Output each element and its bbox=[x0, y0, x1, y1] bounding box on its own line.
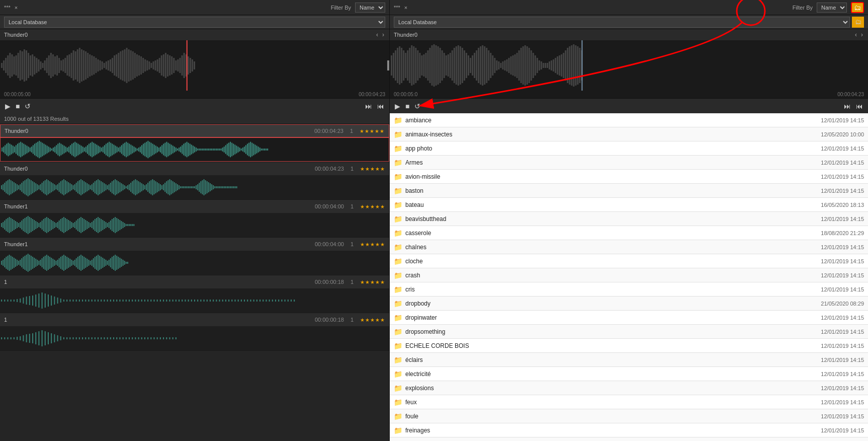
svg-rect-692 bbox=[4, 337, 5, 339]
left-play-btn[interactable]: ▶ bbox=[4, 102, 12, 110]
left-waveform-prev[interactable]: ‹ bbox=[375, 31, 379, 38]
track-waveform[interactable] bbox=[0, 213, 389, 237]
svg-rect-153 bbox=[85, 146, 86, 153]
list-item[interactable]: 📁 explosions 12/01/2019 14:15 bbox=[390, 381, 868, 395]
svg-rect-334 bbox=[98, 179, 99, 195]
svg-rect-174 bbox=[118, 148, 119, 152]
list-item[interactable]: 📁 electricité 12/01/2019 14:15 bbox=[390, 367, 868, 381]
svg-rect-430 bbox=[9, 217, 10, 233]
track-header[interactable]: Thunder1 00:00:04:00 1 ★★★★★ bbox=[0, 200, 389, 213]
right-db-folder-btn[interactable]: 🗂 bbox=[852, 17, 864, 28]
list-item[interactable]: 📁 ambiance 12/01/2019 14:15 bbox=[390, 113, 868, 127]
svg-rect-118 bbox=[31, 146, 32, 153]
left-close-btn[interactable]: × bbox=[15, 5, 18, 11]
track-header[interactable]: 1 00:00:00:18 1 ★★★★★ bbox=[0, 275, 389, 288]
svg-rect-581 bbox=[109, 260, 110, 266]
track-item[interactable]: 1 00:00:00:18 1 ★★★★★ bbox=[0, 275, 389, 313]
right-stop-btn[interactable]: ■ bbox=[404, 102, 410, 110]
left-skip-end-btn[interactable]: ⏭ bbox=[364, 102, 373, 110]
track-item[interactable]: Thunder0 00:00:04:23 1 ★★★★★ bbox=[0, 162, 389, 200]
right-file-browser[interactable]: 📁 ambiance 12/01/2019 14:15 📁 animaux-in… bbox=[390, 113, 868, 441]
svg-rect-699 bbox=[26, 334, 27, 342]
right-db-select[interactable]: Local Database bbox=[394, 17, 850, 28]
list-item[interactable]: 📁 baston 12/01/2019 14:15 bbox=[390, 184, 868, 198]
right-waveform-canvas[interactable] bbox=[390, 40, 868, 91]
svg-rect-312 bbox=[63, 179, 64, 195]
track-header[interactable]: Thunder0 00:00:04:23 1 ★★★★★ bbox=[0, 124, 389, 137]
right-folder-btn[interactable]: 🗂 bbox=[851, 2, 864, 13]
list-item[interactable]: 📁 beavisbutthead 12/01/2019 14:15 bbox=[390, 212, 868, 226]
left-waveform-nav: ‹ › bbox=[375, 31, 385, 38]
svg-rect-659 bbox=[200, 300, 201, 302]
right-waveform-next[interactable]: › bbox=[860, 31, 864, 38]
svg-rect-391 bbox=[186, 186, 187, 188]
list-item[interactable]: 📁 feux 12/01/2019 14:15 bbox=[390, 395, 868, 409]
list-item[interactable]: 📁 dropbody 21/05/2020 08:29 bbox=[390, 297, 868, 311]
list-item[interactable]: 📁 bateau 16/05/2020 18:13 bbox=[390, 198, 868, 212]
track-item[interactable]: Thunder1 00:00:04:00 1 ★★★★★ bbox=[0, 238, 389, 275]
svg-rect-328 bbox=[88, 184, 89, 190]
track-item[interactable]: Thunder1 00:00:04:00 1 ★★★★★ bbox=[0, 200, 389, 238]
list-item[interactable]: 📁 ECHELE CORDE BOIS 12/01/2019 14:15 bbox=[390, 339, 868, 353]
svg-rect-378 bbox=[166, 181, 167, 193]
list-item[interactable]: 📁 cloche 12/01/2019 14:15 bbox=[390, 254, 868, 268]
svg-rect-761 bbox=[411, 45, 412, 86]
list-item[interactable]: 📁 dropinwater 12/01/2019 14:15 bbox=[390, 311, 868, 325]
track-waveform[interactable] bbox=[0, 326, 389, 350]
track-item[interactable]: 1 00:00:00:18 1 ★★★★★ bbox=[0, 313, 389, 351]
list-item[interactable]: 📁 cris 12/01/2019 14:15 bbox=[390, 282, 868, 297]
svg-rect-751 bbox=[391, 55, 392, 76]
list-item[interactable]: 📁 crash 12/01/2019 14:15 bbox=[390, 268, 868, 282]
left-db-select[interactable]: Local Database bbox=[4, 17, 385, 28]
right-filter-select[interactable]: Name bbox=[817, 3, 847, 13]
track-item[interactable]: Thunder0 00:00:04:23 1 ★★★★★ bbox=[0, 124, 389, 162]
left-waveform-next[interactable]: › bbox=[381, 31, 385, 38]
svg-rect-839 bbox=[569, 46, 570, 85]
left-loop-btn[interactable]: ↺ bbox=[24, 102, 32, 110]
svg-rect-156 bbox=[90, 143, 91, 157]
right-loop-btn[interactable]: ↺ bbox=[413, 102, 421, 110]
right-skip-end-btn[interactable]: ⏭ bbox=[843, 102, 852, 110]
svg-rect-517 bbox=[9, 255, 10, 271]
left-track-list[interactable]: Thunder0 00:00:04:23 1 ★★★★★ bbox=[0, 124, 389, 441]
svg-rect-784 bbox=[458, 45, 459, 86]
track-waveform[interactable] bbox=[0, 251, 389, 275]
list-item[interactable]: 📁 casserole 18/08/2020 21:29 bbox=[390, 226, 868, 240]
list-item[interactable]: 📁 freinages 12/01/2019 14:15 bbox=[390, 423, 868, 437]
list-item[interactable]: 📁 avion-missile 12/01/2019 14:15 bbox=[390, 170, 868, 184]
list-item[interactable]: 📁 gun 12/01/2019 14:15 bbox=[390, 437, 868, 441]
right-skip-start-btn[interactable]: ⏮ bbox=[855, 102, 864, 110]
left-stop-btn[interactable]: ■ bbox=[15, 102, 21, 110]
list-item[interactable]: 📁 dropsomething 12/01/2019 14:15 bbox=[390, 325, 868, 339]
list-item[interactable]: 📁 Armes 12/01/2019 14:15 bbox=[390, 156, 868, 170]
track-waveform[interactable] bbox=[0, 175, 389, 199]
list-item[interactable]: 📁 app photo 12/01/2019 14:15 bbox=[390, 141, 868, 156]
list-item[interactable]: 📁 éclairs 12/01/2019 14:15 bbox=[390, 353, 868, 367]
svg-rect-589 bbox=[121, 259, 122, 267]
right-waveform-prev[interactable]: ‹ bbox=[854, 31, 858, 38]
left-waveform-canvas[interactable] bbox=[0, 40, 389, 91]
svg-rect-709 bbox=[57, 335, 58, 341]
track-header[interactable]: 1 00:00:00:18 1 ★★★★★ bbox=[0, 313, 389, 326]
svg-rect-40 bbox=[81, 49, 82, 82]
track-header[interactable]: Thunder0 00:00:04:23 1 ★★★★★ bbox=[0, 162, 389, 175]
svg-rect-241 bbox=[222, 148, 223, 152]
list-item[interactable]: 📁 animaux-insectes 12/05/2020 10:00 bbox=[390, 127, 868, 141]
track-waveform[interactable] bbox=[0, 288, 389, 313]
list-item[interactable]: 📁 chaînes 12/01/2019 14:15 bbox=[390, 240, 868, 254]
folder-icon: 📁 bbox=[394, 285, 402, 293]
list-item[interactable]: 📁 foule 12/01/2019 14:15 bbox=[390, 409, 868, 423]
svg-rect-439 bbox=[23, 219, 24, 231]
track-waveform[interactable] bbox=[0, 137, 389, 162]
track-header[interactable]: Thunder1 00:00:04:00 1 ★★★★★ bbox=[0, 238, 389, 251]
svg-rect-381 bbox=[171, 180, 172, 194]
right-close-btn[interactable]: × bbox=[404, 5, 407, 11]
right-time-start: 00:00:05:0 bbox=[394, 92, 417, 97]
svg-rect-212 bbox=[177, 149, 178, 151]
left-skip-start-btn[interactable]: ⏮ bbox=[376, 102, 385, 110]
svg-rect-92 bbox=[188, 56, 189, 75]
svg-rect-759 bbox=[407, 50, 408, 81]
left-filter-select[interactable]: Name bbox=[355, 3, 385, 13]
right-play-btn[interactable]: ▶ bbox=[394, 102, 401, 110]
svg-rect-526 bbox=[23, 257, 24, 269]
